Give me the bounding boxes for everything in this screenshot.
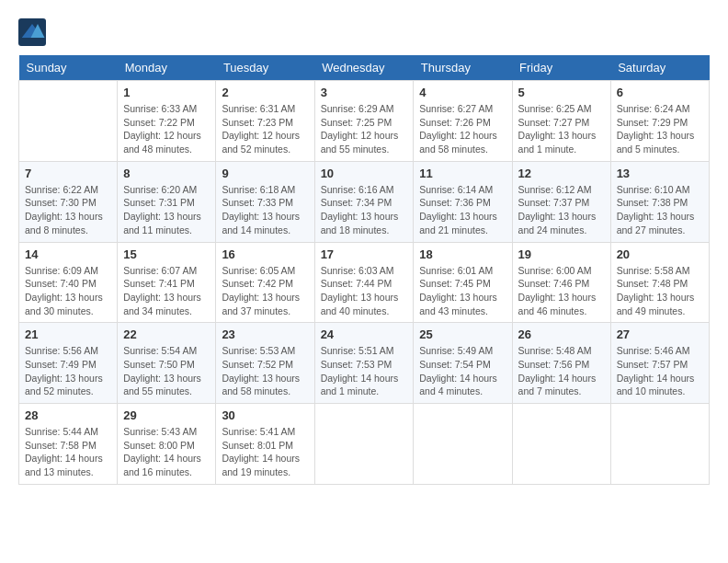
calendar-cell: 18Sunrise: 6:01 AM Sunset: 7:45 PM Dayli… — [414, 242, 512, 323]
calendar-cell: 11Sunrise: 6:14 AM Sunset: 7:36 PM Dayli… — [414, 161, 512, 242]
calendar-cell: 20Sunrise: 5:58 AM Sunset: 7:48 PM Dayli… — [610, 242, 709, 323]
logo-icon — [18, 18, 46, 46]
day-info: Sunrise: 6:16 AM Sunset: 7:34 PM Dayligh… — [321, 183, 408, 237]
calendar-cell — [19, 81, 118, 162]
day-info: Sunrise: 6:12 AM Sunset: 7:37 PM Dayligh… — [518, 183, 605, 237]
calendar-cell: 16Sunrise: 6:05 AM Sunset: 7:42 PM Dayli… — [216, 242, 314, 323]
day-number: 7 — [25, 167, 111, 180]
day-info: Sunrise: 5:43 AM Sunset: 8:00 PM Dayligh… — [123, 425, 210, 479]
day-number: 23 — [222, 327, 308, 341]
day-number: 29 — [123, 408, 210, 422]
day-number: 26 — [518, 327, 605, 341]
day-info: Sunrise: 6:07 AM Sunset: 7:41 PM Dayligh… — [123, 264, 210, 318]
day-number: 6 — [617, 86, 703, 99]
calendar-cell: 25Sunrise: 5:49 AM Sunset: 7:54 PM Dayli… — [414, 323, 512, 404]
calendar-cell: 22Sunrise: 5:54 AM Sunset: 7:50 PM Dayli… — [118, 323, 216, 404]
weekday-header-thursday: Thursday — [414, 55, 512, 81]
day-info: Sunrise: 6:22 AM Sunset: 7:30 PM Dayligh… — [25, 183, 111, 237]
day-info: Sunrise: 5:46 AM Sunset: 7:57 PM Dayligh… — [617, 344, 703, 398]
day-number: 30 — [222, 408, 308, 422]
calendar-cell: 1Sunrise: 6:33 AM Sunset: 7:22 PM Daylig… — [118, 81, 216, 162]
calendar-cell: 10Sunrise: 6:16 AM Sunset: 7:34 PM Dayli… — [314, 161, 414, 242]
day-info: Sunrise: 5:58 AM Sunset: 7:48 PM Dayligh… — [617, 264, 703, 318]
day-number: 9 — [222, 167, 308, 180]
week-row-2: 7Sunrise: 6:22 AM Sunset: 7:30 PM Daylig… — [19, 161, 710, 242]
calendar-cell: 19Sunrise: 6:00 AM Sunset: 7:46 PM Dayli… — [512, 242, 610, 323]
calendar-cell: 4Sunrise: 6:27 AM Sunset: 7:26 PM Daylig… — [414, 81, 512, 162]
day-info: Sunrise: 5:54 AM Sunset: 7:50 PM Dayligh… — [123, 344, 210, 398]
day-info: Sunrise: 5:49 AM Sunset: 7:54 PM Dayligh… — [419, 344, 506, 398]
calendar-cell: 26Sunrise: 5:48 AM Sunset: 7:56 PM Dayli… — [512, 323, 610, 404]
day-info: Sunrise: 6:25 AM Sunset: 7:27 PM Dayligh… — [518, 102, 605, 156]
day-info: Sunrise: 5:51 AM Sunset: 7:53 PM Dayligh… — [321, 344, 408, 398]
logo — [18, 18, 50, 46]
day-info: Sunrise: 6:00 AM Sunset: 7:46 PM Dayligh… — [518, 264, 605, 318]
day-info: Sunrise: 6:31 AM Sunset: 7:23 PM Dayligh… — [222, 102, 308, 156]
day-number: 11 — [419, 167, 506, 180]
calendar-cell: 21Sunrise: 5:56 AM Sunset: 7:49 PM Dayli… — [19, 323, 118, 404]
calendar-cell: 13Sunrise: 6:10 AM Sunset: 7:38 PM Dayli… — [610, 161, 709, 242]
calendar-cell: 23Sunrise: 5:53 AM Sunset: 7:52 PM Dayli… — [216, 323, 314, 404]
calendar-cell — [414, 404, 512, 485]
day-number: 4 — [419, 86, 506, 99]
calendar-cell: 30Sunrise: 5:41 AM Sunset: 8:01 PM Dayli… — [216, 404, 314, 485]
day-number: 5 — [518, 86, 605, 99]
calendar-cell: 2Sunrise: 6:31 AM Sunset: 7:23 PM Daylig… — [216, 81, 314, 162]
day-number: 15 — [123, 247, 210, 261]
day-info: Sunrise: 6:29 AM Sunset: 7:25 PM Dayligh… — [321, 102, 408, 156]
calendar-cell — [314, 404, 414, 485]
weekday-header-sunday: Sunday — [19, 55, 118, 81]
week-row-3: 14Sunrise: 6:09 AM Sunset: 7:40 PM Dayli… — [19, 242, 710, 323]
day-info: Sunrise: 6:18 AM Sunset: 7:33 PM Dayligh… — [222, 183, 308, 237]
day-info: Sunrise: 6:14 AM Sunset: 7:36 PM Dayligh… — [419, 183, 506, 237]
calendar-cell: 15Sunrise: 6:07 AM Sunset: 7:41 PM Dayli… — [118, 242, 216, 323]
day-number: 14 — [25, 247, 111, 261]
day-number: 21 — [25, 327, 111, 341]
calendar-cell: 3Sunrise: 6:29 AM Sunset: 7:25 PM Daylig… — [314, 81, 414, 162]
day-info: Sunrise: 6:20 AM Sunset: 7:31 PM Dayligh… — [123, 183, 210, 237]
day-info: Sunrise: 5:44 AM Sunset: 7:58 PM Dayligh… — [25, 425, 111, 479]
day-number: 8 — [123, 167, 210, 180]
day-number: 16 — [222, 247, 308, 261]
weekday-header-monday: Monday — [118, 55, 216, 81]
day-info: Sunrise: 5:53 AM Sunset: 7:52 PM Dayligh… — [222, 344, 308, 398]
day-info: Sunrise: 6:10 AM Sunset: 7:38 PM Dayligh… — [617, 183, 703, 237]
day-number: 17 — [321, 247, 408, 261]
weekday-header-saturday: Saturday — [610, 55, 709, 81]
day-info: Sunrise: 6:27 AM Sunset: 7:26 PM Dayligh… — [419, 102, 506, 156]
day-number: 24 — [321, 327, 408, 341]
day-number: 12 — [518, 167, 605, 180]
week-row-1: 1Sunrise: 6:33 AM Sunset: 7:22 PM Daylig… — [19, 81, 710, 162]
day-info: Sunrise: 6:03 AM Sunset: 7:44 PM Dayligh… — [321, 264, 408, 318]
calendar-cell: 6Sunrise: 6:24 AM Sunset: 7:29 PM Daylig… — [610, 81, 709, 162]
week-row-5: 28Sunrise: 5:44 AM Sunset: 7:58 PM Dayli… — [19, 404, 710, 485]
day-number: 25 — [419, 327, 506, 341]
calendar-cell: 28Sunrise: 5:44 AM Sunset: 7:58 PM Dayli… — [19, 404, 118, 485]
day-number: 27 — [617, 327, 703, 341]
calendar-cell: 8Sunrise: 6:20 AM Sunset: 7:31 PM Daylig… — [118, 161, 216, 242]
day-info: Sunrise: 6:33 AM Sunset: 7:22 PM Dayligh… — [123, 102, 210, 156]
day-number: 1 — [123, 86, 210, 99]
day-info: Sunrise: 5:56 AM Sunset: 7:49 PM Dayligh… — [25, 344, 111, 398]
calendar-cell: 17Sunrise: 6:03 AM Sunset: 7:44 PM Dayli… — [314, 242, 414, 323]
day-info: Sunrise: 6:05 AM Sunset: 7:42 PM Dayligh… — [222, 264, 308, 318]
calendar-cell: 29Sunrise: 5:43 AM Sunset: 8:00 PM Dayli… — [118, 404, 216, 485]
calendar-cell: 12Sunrise: 6:12 AM Sunset: 7:37 PM Dayli… — [512, 161, 610, 242]
calendar-cell: 5Sunrise: 6:25 AM Sunset: 7:27 PM Daylig… — [512, 81, 610, 162]
weekday-header-row: SundayMondayTuesdayWednesdayThursdayFrid… — [19, 55, 710, 81]
day-info: Sunrise: 6:01 AM Sunset: 7:45 PM Dayligh… — [419, 264, 506, 318]
day-info: Sunrise: 6:24 AM Sunset: 7:29 PM Dayligh… — [617, 102, 703, 156]
header — [18, 18, 710, 46]
day-number: 10 — [321, 167, 408, 180]
day-number: 18 — [419, 247, 506, 261]
calendar-cell: 24Sunrise: 5:51 AM Sunset: 7:53 PM Dayli… — [314, 323, 414, 404]
calendar-table: SundayMondayTuesdayWednesdayThursdayFrid… — [18, 55, 710, 485]
calendar-cell: 7Sunrise: 6:22 AM Sunset: 7:30 PM Daylig… — [19, 161, 118, 242]
day-number: 20 — [617, 247, 703, 261]
day-number: 13 — [617, 167, 703, 180]
day-number: 2 — [222, 86, 308, 99]
calendar-cell — [512, 404, 610, 485]
calendar-cell: 14Sunrise: 6:09 AM Sunset: 7:40 PM Dayli… — [19, 242, 118, 323]
day-info: Sunrise: 5:41 AM Sunset: 8:01 PM Dayligh… — [222, 425, 308, 479]
day-info: Sunrise: 5:48 AM Sunset: 7:56 PM Dayligh… — [518, 344, 605, 398]
